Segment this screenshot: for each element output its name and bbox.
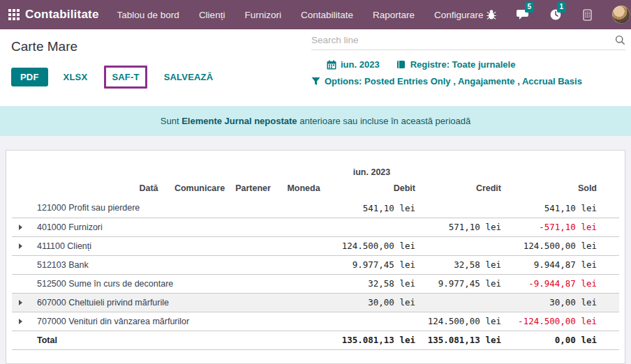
pdf-button[interactable]: PDF (11, 68, 48, 86)
activities-count-badge: 1 (557, 2, 567, 13)
user-avatar[interactable] (612, 6, 630, 24)
general-ledger-table: iun. 2023 Dată Comunicare Partener Moned… (12, 165, 619, 350)
account-row-512103: 512103 Bank 9.977,45 lei 32,58 lei 9.944… (12, 255, 619, 274)
account-row-401000[interactable]: 401000 Furnizori 571,10 lei -571,10 lei (12, 218, 619, 236)
debug-bug-icon[interactable] (484, 7, 499, 22)
account-row-411100[interactable]: 411100 Clienți 124.500,00 lei 124.500,00… (12, 236, 619, 255)
unposted-entries-banner: Sunt Elemente Jurnal nepostate anterioar… (0, 106, 631, 136)
report-area: iun. 2023 Dată Comunicare Partener Moned… (0, 136, 631, 364)
app-brand-title[interactable]: Contabilitate (25, 8, 99, 22)
account-row-121000: 121000 Profit sau pierdere 541,10 lei 54… (12, 199, 619, 218)
nav-dashboard[interactable]: Tablou de bord (117, 10, 179, 20)
saft-highlight-annotation: SAF-T (104, 66, 147, 89)
unposted-entries-link[interactable]: Elemente Jurnal nepostate (181, 116, 297, 126)
expand-caret-icon[interactable] (19, 300, 22, 305)
nav-accounting[interactable]: Contabilitate (301, 10, 353, 20)
period-label: iun. 2023 (328, 165, 415, 181)
expand-caret-icon[interactable] (19, 243, 22, 249)
options-filter[interactable]: Options: Posted Entries Only , Angajamen… (311, 76, 582, 86)
topbar: Contabilitate Tablou de bord Clienți Fur… (0, 0, 631, 29)
mobile-device-icon[interactable] (580, 7, 595, 22)
total-row: Total 135.081,13 lei 135.081,13 lei 0,00… (12, 331, 619, 349)
journals-filter[interactable]: Registre: Toate jurnalele (396, 59, 516, 70)
activities-clock-icon[interactable]: 1 (548, 7, 563, 22)
nav-customers[interactable]: Clienți (199, 10, 225, 20)
messages-chat-icon[interactable]: 5 (516, 7, 531, 22)
account-row-707000[interactable]: 707000 Venituri din vânzarea mărfurilor … (12, 312, 619, 331)
search-bar (311, 35, 625, 50)
ledger-card: iun. 2023 Dată Comunicare Partener Moned… (6, 150, 625, 364)
banner-text-prefix: Sunt (161, 116, 181, 126)
col-date: Dată (125, 181, 172, 199)
banner-text-suffix: anterioare sau incluse în această perioa… (297, 116, 471, 126)
search-and-filters: iun. 2023 Registre: Toate jurnalele (311, 35, 625, 86)
nav-vendors[interactable]: Furnizori (244, 10, 281, 20)
col-partner: Partener (227, 181, 279, 199)
date-filter[interactable]: iun. 2023 (327, 59, 380, 70)
account-row-607000[interactable]: 607000 Cheltuieli privind mărfurile 30,0… (12, 293, 619, 312)
nav-configuration[interactable]: Configurare (434, 10, 484, 20)
book-icon (396, 60, 406, 70)
app-window: Contabilitate Tablou de bord Clienți Fur… (0, 0, 631, 364)
nav-reporting[interactable]: Raportare (373, 10, 415, 20)
main-menu: Tablou de bord Clienți Furnizori Contabi… (117, 10, 484, 20)
col-debit: Debit (328, 181, 415, 199)
topbar-systray: 5 1 (484, 6, 630, 24)
col-currency: Moneda (279, 181, 328, 199)
calendar-icon (327, 60, 336, 70)
expand-caret-icon[interactable] (19, 225, 22, 230)
expand-caret-icon[interactable] (19, 319, 22, 324)
col-credit: Credit (415, 181, 501, 199)
col-communication: Comunicare (172, 181, 227, 199)
filter-funnel-icon (311, 77, 320, 86)
search-icon[interactable] (615, 35, 625, 45)
save-button[interactable]: SALVEAZĂ (164, 68, 214, 86)
report-filters: iun. 2023 Registre: Toate jurnalele (311, 59, 625, 86)
column-header-row: Dată Comunicare Partener Moneda Debit Cr… (12, 181, 619, 199)
account-row-512500: 512500 Sume în curs de decontare 32,58 l… (12, 274, 619, 293)
period-header-row: iun. 2023 (12, 165, 619, 181)
xlsx-button[interactable]: XLSX (64, 68, 88, 86)
report-header: Carte Mare PDF XLSX SAF-T SALVEAZĂ (0, 29, 631, 106)
search-input[interactable] (311, 35, 615, 45)
messages-count-badge: 5 (525, 2, 535, 13)
apps-grid-icon[interactable] (8, 6, 20, 24)
col-balance: Sold (501, 181, 619, 199)
saft-button[interactable]: SAF-T (112, 68, 139, 86)
